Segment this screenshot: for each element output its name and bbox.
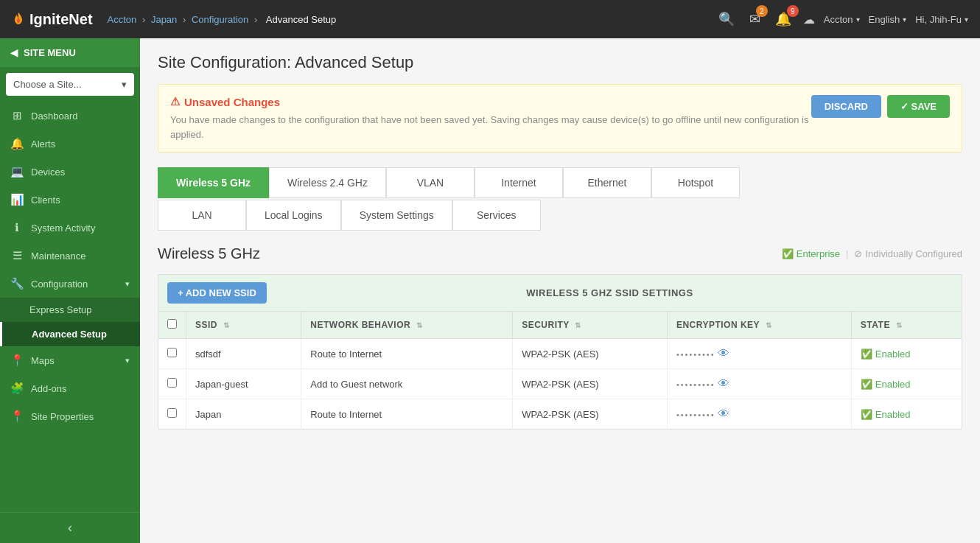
select-all-header — [158, 312, 186, 339]
col-encryption-key: ENCRYPTION KEY ⇅ — [667, 312, 851, 339]
ssid-cell: Japan-guest — [186, 369, 301, 399]
slash-circle-icon: ⊘ — [854, 248, 862, 259]
section-title: Wireless 5 GHz — [158, 245, 260, 262]
main-content: Site Configuration: Advanced Setup ⚠ Uns… — [140, 38, 980, 543]
site-properties-icon: 📍 — [10, 410, 24, 423]
tab-wireless5[interactable]: Wireless 5 GHz — [158, 167, 269, 198]
site-selector[interactable]: Choose a Site... ▾ — [6, 73, 134, 96]
tab-row-1: Wireless 5 GHz Wireless 2.4 GHz VLAN Int… — [158, 167, 962, 198]
breadcrumb-configuration[interactable]: Configuration — [192, 14, 248, 25]
sort-icon: ⇅ — [575, 321, 581, 329]
show-password-icon[interactable]: 👁 — [718, 377, 729, 390]
ssid-cell: Japan — [186, 399, 301, 430]
tab-services[interactable]: Services — [452, 200, 541, 231]
encryption-key-cell: ••••••••• 👁 — [667, 339, 851, 369]
breadcrumb: Accton › Japan › Configuration › Advance… — [108, 14, 715, 25]
cloud-dropdown[interactable]: Accton ▾ — [824, 14, 860, 25]
sort-icon: ⇅ — [766, 321, 772, 329]
select-all-checkbox[interactable] — [167, 319, 177, 329]
sidebar-item-site-properties[interactable]: 📍 Site Properties — [0, 402, 140, 430]
table-row: Japan-guest Add to Guest network WPA2-PS… — [158, 369, 962, 399]
cloud-icon: ☁ — [803, 13, 815, 27]
sidebar-item-addons[interactable]: 🧩 Add-ons — [0, 374, 140, 402]
chevron-down-icon: ▾ — [122, 79, 127, 90]
sidebar-item-express-setup[interactable]: Express Setup — [0, 298, 140, 322]
maintenance-icon: ☰ — [10, 249, 24, 262]
add-ssid-button[interactable]: + ADD NEW SSID — [167, 282, 267, 304]
sidebar-item-devices[interactable]: 💻 Devices — [0, 158, 140, 186]
sort-icon: ⇅ — [896, 321, 903, 329]
tab-wireless24[interactable]: Wireless 2.4 GHz — [269, 167, 386, 198]
col-ssid: SSID ⇅ — [186, 312, 301, 339]
chevron-down-icon: ▾ — [965, 15, 968, 24]
sidebar-item-alerts[interactable]: 🔔 Alerts — [0, 130, 140, 158]
discard-button[interactable]: DISCARD — [811, 95, 881, 118]
app-logo: IgniteNet — [12, 11, 93, 28]
check-circle-icon: ✅ — [861, 409, 872, 420]
enterprise-badge: ✅ Enterprise — [782, 248, 840, 259]
row-checkbox[interactable] — [167, 408, 177, 418]
alerts-button[interactable]: 🔔 9 — [772, 8, 794, 30]
alerts-icon: 🔔 — [10, 137, 24, 150]
unsaved-changes-alert: ⚠ Unsaved Changes You have made changes … — [158, 84, 962, 153]
tab-internet[interactable]: Internet — [475, 167, 563, 198]
sidebar-item-dashboard[interactable]: ⊞ Dashboard — [0, 102, 140, 130]
show-password-icon[interactable]: 👁 — [718, 407, 729, 420]
language-dropdown[interactable]: English ▾ — [869, 14, 907, 25]
table-title: WIRELESS 5 GHZ SSID SETTINGS — [267, 287, 953, 298]
ssid-table: SSID ⇅ NETWORK BEHAVIOR ⇅ SECURITY ⇅ ENC… — [158, 311, 962, 430]
sidebar-collapse-button[interactable]: ‹ — [0, 512, 140, 543]
main-wrapper: ◀ SITE MENU Choose a Site... ▾ ⊞ Dashboa… — [0, 38, 980, 543]
tab-ethernet[interactable]: Ethernet — [563, 167, 651, 198]
tab-row-2: LAN Local Logins System Settings Service… — [158, 200, 962, 231]
search-button[interactable]: 🔍 — [715, 8, 738, 30]
addons-icon: 🧩 — [10, 382, 24, 395]
row-checkbox[interactable] — [167, 348, 177, 357]
chevron-down-icon: ▾ — [125, 356, 130, 365]
show-password-icon[interactable]: 👁 — [718, 347, 729, 360]
check-circle-icon: ✅ — [782, 248, 794, 259]
breadcrumb-accton[interactable]: Accton — [108, 14, 137, 25]
alerts-badge: 9 — [787, 5, 799, 17]
sidebar-item-advanced-setup[interactable]: Advanced Setup — [0, 322, 140, 346]
breadcrumb-japan[interactable]: Japan — [151, 14, 177, 25]
check-circle-icon: ✅ — [861, 348, 872, 360]
encryption-key-cell: ••••••••• 👁 — [667, 399, 851, 430]
security-cell: WPA2-PSK (AES) — [513, 339, 668, 369]
check-circle-icon: ✅ — [861, 379, 872, 390]
save-button[interactable]: ✓ SAVE — [887, 95, 950, 118]
tab-local-logins[interactable]: Local Logins — [246, 200, 341, 231]
encryption-key-cell: ••••••••• 👁 — [667, 369, 851, 399]
user-dropdown[interactable]: Hi, Jhih-Fu ▾ — [915, 14, 968, 25]
row-checkbox[interactable] — [167, 378, 177, 388]
state-cell: ✅ Enabled — [851, 339, 962, 369]
devices-icon: 💻 — [10, 165, 24, 178]
dashboard-icon: ⊞ — [10, 109, 24, 122]
site-menu-header: ◀ SITE MENU — [0, 38, 140, 67]
network-behavior-cell: Route to Internet — [301, 339, 513, 369]
tab-hotspot[interactable]: Hotspot — [651, 167, 740, 198]
sidebar-item-clients[interactable]: 📊 Clients — [0, 186, 140, 214]
arrow-left-icon: ◀ — [10, 47, 18, 58]
section-header: Wireless 5 GHz ✅ Enterprise | ⊘ Individu… — [158, 245, 962, 262]
alert-title: ⚠ Unsaved Changes — [170, 95, 811, 108]
nav-actions: 🔍 ✉ 2 🔔 9 ☁ Accton ▾ English ▾ Hi, Jhih-… — [715, 8, 968, 30]
sort-icon: ⇅ — [223, 321, 230, 329]
tab-system-settings[interactable]: System Settings — [341, 200, 452, 231]
tab-lan[interactable]: LAN — [158, 200, 246, 231]
sidebar-item-configuration[interactable]: 🔧 Configuration ▾ — [0, 270, 140, 298]
system-activity-icon: ℹ — [10, 221, 24, 234]
sidebar-item-maps[interactable]: 📍 Maps ▾ — [0, 346, 140, 374]
chevron-down-icon: ▾ — [125, 279, 130, 289]
sidebar-item-system-activity[interactable]: ℹ System Activity — [0, 214, 140, 242]
messages-button[interactable]: ✉ 2 — [746, 8, 763, 30]
network-behavior-cell: Add to Guest network — [301, 369, 513, 399]
state-cell: ✅ Enabled — [851, 369, 962, 399]
state-cell: ✅ Enabled — [851, 399, 962, 430]
security-cell: WPA2-PSK (AES) — [513, 399, 668, 430]
page-title: Site Configuration: Advanced Setup — [158, 53, 962, 72]
tab-vlan[interactable]: VLAN — [386, 167, 475, 198]
maps-icon: 📍 — [10, 354, 24, 367]
sidebar-item-maintenance[interactable]: ☰ Maintenance — [0, 242, 140, 270]
breadcrumb-current: Advanced Setup — [266, 14, 336, 25]
